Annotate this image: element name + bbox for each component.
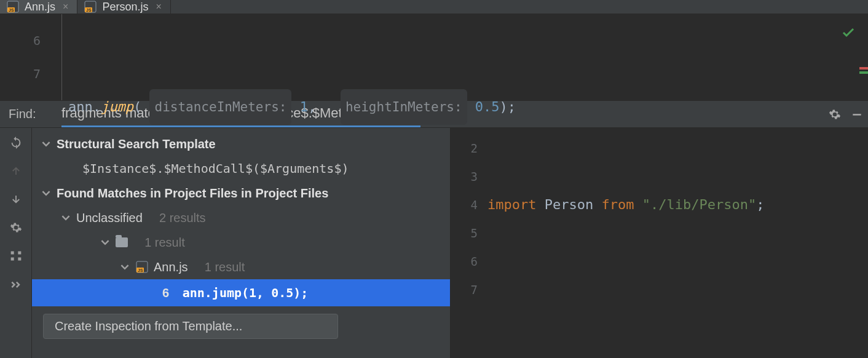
svg-rect-9: [18, 252, 21, 255]
svg-text:JS: JS: [9, 8, 14, 12]
number-literal: 1: [300, 90, 308, 124]
layout-icon[interactable]: [6, 247, 26, 265]
close-icon[interactable]: ×: [153, 1, 161, 12]
close-icon[interactable]: ×: [60, 1, 68, 12]
gear-icon[interactable]: [6, 219, 26, 236]
arrow-up-icon[interactable]: [6, 162, 26, 180]
inspection-ok-icon[interactable]: [841, 25, 856, 44]
tab-person-js[interactable]: JS Person.js ×: [77, 0, 170, 14]
dot: .: [93, 90, 101, 124]
tab-label: Ann.js: [25, 1, 55, 14]
comma: ,: [308, 90, 316, 124]
find-label: Find:: [9, 107, 61, 121]
method-call: jump: [101, 90, 133, 124]
number-literal: 0.5: [475, 90, 500, 124]
svg-rect-8: [10, 258, 14, 261]
paren: );: [500, 90, 516, 124]
tab-label: Person.js: [102, 1, 148, 14]
paren: (: [133, 90, 141, 124]
line-number: 6: [0, 24, 61, 57]
error-stripe: [859, 67, 868, 76]
svg-rect-7: [10, 252, 14, 255]
parameter-hint: heightInMeters:: [341, 89, 467, 125]
chevron-down-icon[interactable]: [42, 140, 52, 148]
parameter-hint: distanceInMeters:: [149, 89, 291, 125]
js-file-icon: JS: [84, 0, 97, 14]
identifier: ann: [68, 90, 93, 124]
chevron-down-icon[interactable]: [42, 189, 52, 197]
editor-tabs: JS Ann.js × JS Person.js ×: [0, 0, 868, 14]
editor-pane[interactable]: 6 7 ann.jump( distanceInMeters: 1, heigh…: [0, 14, 868, 100]
folder-icon: [116, 237, 128, 247]
tab-ann-js[interactable]: JS Ann.js ×: [0, 0, 77, 14]
more-icon[interactable]: [6, 276, 26, 293]
code-area[interactable]: ann.jump( distanceInMeters: 1, heightInM…: [61, 14, 868, 100]
js-file-icon: JS: [6, 0, 20, 14]
create-inspection-button[interactable]: Create Inspection from Template...: [43, 314, 338, 339]
rerun-icon[interactable]: [6, 134, 26, 151]
line-number: 7: [0, 57, 61, 90]
line-gutter: 6 7: [0, 14, 61, 100]
svg-rect-10: [18, 258, 21, 261]
find-toolbar: [0, 128, 32, 358]
arrow-down-icon[interactable]: [6, 191, 26, 208]
svg-text:JS: JS: [86, 8, 92, 12]
